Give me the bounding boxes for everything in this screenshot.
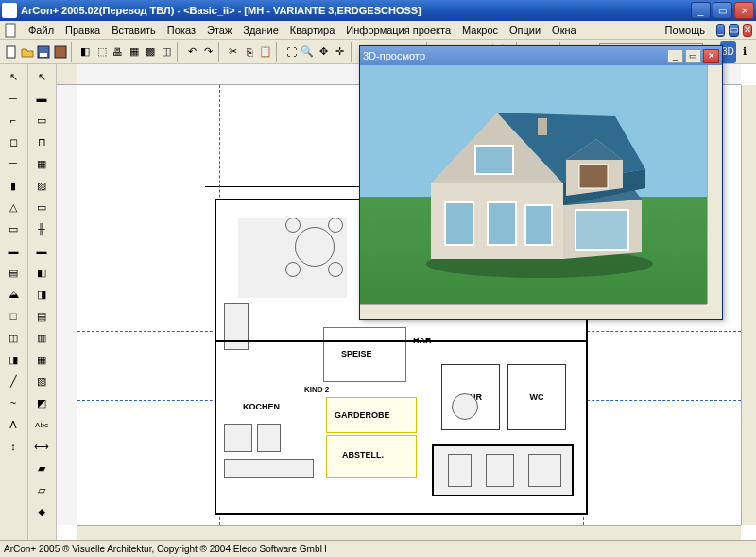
mdi-close-button[interactable]: ✕ [743,24,752,37]
panel-3d-preview[interactable]: 3D-просмотр _ ▭ ✕ [359,45,723,320]
green2-icon[interactable]: ▱ [30,479,53,500]
menu-doc-icon [4,23,19,38]
menu-macro[interactable]: Макрос [456,23,504,38]
new-icon[interactable] [4,42,19,62]
wall-tool-icon[interactable]: ─ [2,88,25,109]
menu-floor[interactable]: Этаж [201,23,237,38]
save-icon[interactable] [36,42,51,62]
panel-maximize-button[interactable]: ▭ [685,49,701,63]
fence-icon[interactable]: ╫ [30,218,53,239]
abc-tool-icon[interactable]: Abc [30,414,53,435]
hatch-icon[interactable]: ▨ [30,175,53,196]
close-button[interactable]: ✕ [734,2,754,19]
menu-building[interactable]: Здание [237,23,284,38]
tool-icon-2[interactable]: ⬚ [94,42,109,62]
zoom-icon[interactable]: 🔍 [300,42,315,62]
canvas-scroll-v[interactable] [741,85,756,525]
rect-icon[interactable]: ▭ [30,197,53,218]
slab-icon[interactable]: ▬ [30,240,53,261]
redo-icon[interactable]: ↷ [200,42,215,62]
roof-tool-icon[interactable]: △ [2,197,25,218]
terrain-tool-icon[interactable]: ⛰ [2,284,25,305]
paste-icon[interactable]: 📋 [258,42,273,62]
tool-icon-1[interactable]: ◧ [77,42,93,62]
prop1-icon[interactable]: ◧ [30,262,53,283]
undo-icon[interactable]: ↶ [184,42,199,62]
prop6-icon[interactable]: ▧ [30,371,53,392]
room-tool-icon[interactable]: ▭ [2,218,25,239]
prop5-icon[interactable]: ▦ [30,349,53,370]
curve-tool-icon[interactable]: ~ [2,392,25,413]
svg-rect-8 [576,210,628,250]
door-tool-icon[interactable]: ⌐ [2,110,25,131]
obj3-tool-icon[interactable]: ◨ [2,349,25,370]
column-tool-icon[interactable]: ▮ [2,175,25,196]
menu-options[interactable]: Опции [504,23,546,38]
svg-rect-0 [6,24,15,37]
panel-scroll-v[interactable] [707,65,722,304]
panel-scroll-h[interactable] [360,304,707,319]
zoom-fit-icon[interactable]: ⛶ [284,42,299,62]
tool-icon-5[interactable]: ◫ [159,42,174,62]
left-toolbar-1: ↖ ─ ⌐ ◻ ═ ▮ △ ▭ ▬ ▤ ⛰ □ ◫ ◨ ╱ ~ A ↕ [0,64,28,540]
minimize-button[interactable]: _ [691,2,711,19]
ruler-corner [57,64,77,85]
menu-file[interactable]: Файл [23,23,60,38]
wall3-icon[interactable]: ▭ [30,110,53,131]
prop3-icon[interactable]: ▤ [30,305,53,326]
floor-tool-icon[interactable]: ▤ [2,262,25,283]
room-label: GARDEROBE [335,410,390,420]
ruler-vertical[interactable] [57,85,77,525]
room-label: KIND 2 [304,385,329,393]
menu-apartment[interactable]: Квартира [284,23,341,38]
canvas-scroll-h[interactable] [77,525,741,540]
view-3d[interactable] [360,65,707,304]
grid2-icon[interactable]: ▦ [30,153,53,174]
left-toolbar-2: ↖ ▬ ▭ ⊓ ▦ ▨ ▭ ╫ ▬ ◧ ◨ ▤ ▥ ▦ ▧ ◩ Abc ⟷ ▰ … [28,64,57,540]
line-tool-icon[interactable]: ╱ [2,371,25,392]
menu-project-info[interactable]: Информация проекта [340,23,456,38]
panel-3d-header[interactable]: 3D-просмотр _ ▭ ✕ [360,46,722,65]
open-icon[interactable] [20,42,35,62]
copy-icon[interactable]: ⎘ [242,42,257,62]
panel-minimize-button[interactable]: _ [667,49,683,63]
select-tool-icon[interactable]: ↖ [2,66,25,87]
svg-rect-4 [55,46,66,58]
maximize-button[interactable]: ▭ [713,2,732,19]
prop4-icon[interactable]: ▥ [30,327,53,348]
window-tool-icon[interactable]: ◻ [2,131,25,152]
panel-close-button[interactable]: ✕ [703,49,719,63]
info-icon[interactable]: ℹ [737,42,752,62]
stairs-tool-icon[interactable]: ═ [2,153,25,174]
mdi-minimize-button[interactable]: _ [716,24,725,37]
green1-icon[interactable]: ▰ [30,458,53,479]
tool-icon-3[interactable]: ▦ [127,42,142,62]
tool-icon-4[interactable]: ▩ [143,42,158,62]
svg-rect-1 [7,46,15,58]
dim3-tool-icon[interactable]: ⟷ [30,436,53,457]
ceiling-tool-icon[interactable]: ▬ [2,240,25,261]
cut-icon[interactable]: ✂ [226,42,241,62]
blue1-icon[interactable]: ◆ [30,501,53,522]
saveas-icon[interactable] [53,42,68,62]
menu-edit[interactable]: Правка [60,23,106,38]
room-label: SPEISE [341,349,372,358]
menu-help[interactable]: Помощь [660,23,712,38]
obj2-tool-icon[interactable]: ◫ [2,327,25,348]
menu-windows[interactable]: Окна [546,23,582,38]
mdi-restore-button[interactable]: ▭ [729,24,739,37]
print-icon[interactable]: 🖶 [111,42,126,62]
dim2-tool-icon[interactable]: ↕ [2,436,25,457]
menu-show[interactable]: Показ [162,23,201,38]
prop2-icon[interactable]: ◨ [30,284,53,305]
pan-icon[interactable]: ✥ [316,42,331,62]
svg-rect-20 [538,118,547,135]
obj1-tool-icon[interactable]: □ [2,305,25,326]
measure-icon[interactable]: ✛ [333,42,348,62]
wall2-icon[interactable]: ▬ [30,88,53,109]
openwall-icon[interactable]: ⊓ [30,131,53,152]
text2-tool-icon[interactable]: A [2,414,25,435]
prop7-icon[interactable]: ◩ [30,392,53,413]
menu-insert[interactable]: Вставить [106,23,162,38]
cursor-icon[interactable]: ↖ [30,66,53,87]
